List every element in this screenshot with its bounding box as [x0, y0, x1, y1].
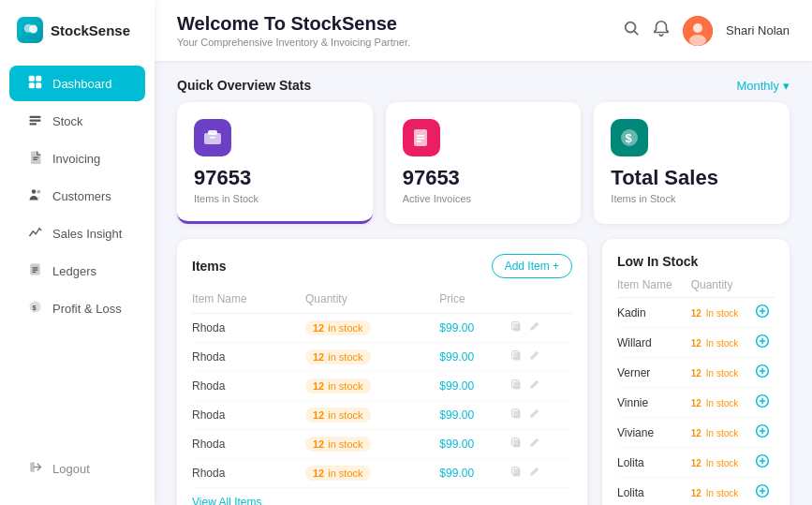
- stat-value-items: 97653: [194, 166, 356, 190]
- items-header: Items Add Item +: [192, 254, 572, 278]
- edit-icon[interactable]: [528, 349, 540, 364]
- view-all-items-link[interactable]: View All Items: [192, 496, 261, 505]
- monthly-button[interactable]: Monthly ▾: [736, 79, 790, 93]
- col-quantity: Quantity: [305, 288, 439, 314]
- ls-add-icon[interactable]: [755, 365, 770, 381]
- items-section: Items Add Item + Item Name Quantity Pric…: [177, 239, 587, 505]
- edit-icon[interactable]: [528, 466, 540, 481]
- stock-icon: [26, 112, 43, 129]
- item-quantity: 12 in stock: [305, 459, 439, 488]
- ls-item-name: Viviane: [617, 418, 691, 448]
- sidebar-item-customers[interactable]: Customers: [9, 178, 145, 214]
- item-quantity: 12 in stock: [305, 401, 439, 430]
- low-stock-row: Verner 12 In stock: [617, 358, 775, 388]
- sidebar-logo: StockSense: [0, 17, 155, 64]
- copy-icon[interactable]: [510, 408, 523, 423]
- copy-icon[interactable]: [510, 349, 523, 364]
- item-price: $99.00: [439, 343, 510, 372]
- add-item-button[interactable]: Add Item +: [492, 254, 572, 278]
- page-subtitle: Your Comprehensive Inventory & Invoicing…: [177, 37, 410, 48]
- svg-point-18: [626, 22, 636, 33]
- ls-item-quantity: 12 In stock: [691, 358, 755, 388]
- stat-label-invoices: Active Invoices: [403, 193, 565, 204]
- svg-rect-8: [33, 159, 37, 160]
- table-row: Rhoda 12 in stock $99.00: [192, 343, 572, 372]
- ls-item-quantity: 12 In stock: [691, 478, 755, 506]
- ls-add-icon[interactable]: [755, 395, 770, 411]
- item-price: $99.00: [439, 372, 510, 401]
- ls-item-name: Lolita: [617, 448, 691, 478]
- dashboard-icon: [26, 75, 43, 92]
- item-row-actions: [510, 430, 572, 459]
- stats-section: Quick Overview Stats Monthly ▾ 97653: [177, 78, 790, 224]
- ls-add-icon[interactable]: [755, 305, 770, 321]
- ls-add-action[interactable]: [755, 418, 775, 448]
- item-row-actions: [510, 372, 572, 401]
- ls-item-name: Lolita: [617, 478, 691, 506]
- copy-icon[interactable]: [510, 320, 523, 335]
- sidebar-item-stock[interactable]: Stock: [9, 103, 145, 139]
- logo-icon: [17, 17, 43, 43]
- col-actions: [510, 288, 572, 314]
- header-left: Welcome To StockSense Your Comprehensive…: [177, 13, 410, 48]
- logout-button[interactable]: Logout: [9, 451, 145, 486]
- svg-rect-2: [28, 82, 34, 88]
- item-quantity: 12 in stock: [305, 372, 439, 401]
- ls-col-item-name: Item Name: [617, 278, 691, 298]
- edit-icon[interactable]: [528, 408, 540, 423]
- avatar: [683, 16, 713, 46]
- item-row-actions: [510, 401, 572, 430]
- item-name: Rhoda: [192, 401, 305, 430]
- low-stock-title: Low In Stock: [617, 254, 775, 269]
- svg-point-10: [37, 190, 40, 194]
- edit-icon[interactable]: [528, 437, 540, 452]
- item-price: $99.00: [439, 459, 510, 488]
- logout-label: Logout: [52, 462, 90, 476]
- item-price: $99.00: [439, 314, 510, 343]
- low-stock-row: Lolita 12 In stock: [617, 448, 775, 478]
- item-quantity: 12 in stock: [305, 343, 439, 372]
- sidebar-item-profit-loss-label: Profit & Loss: [52, 302, 122, 316]
- stats-header: Quick Overview Stats Monthly ▾: [177, 78, 790, 93]
- notification-icon[interactable]: [653, 20, 670, 41]
- ls-add-action[interactable]: [755, 358, 775, 388]
- items-section-title: Items: [192, 259, 227, 274]
- svg-rect-29: [417, 141, 421, 142]
- search-icon[interactable]: [623, 20, 640, 41]
- ls-add-action[interactable]: [755, 328, 775, 358]
- ls-item-name: Vinnie: [617, 388, 691, 418]
- bottom-row: Items Add Item + Item Name Quantity Pric…: [177, 239, 790, 505]
- stat-card-items-in-stock: 97653 Items in Stock: [177, 102, 373, 224]
- ls-add-action[interactable]: [755, 388, 775, 418]
- sidebar-item-invoicing-label: Invoicing: [52, 152, 100, 166]
- low-stock-row: Vinnie 12 In stock: [617, 388, 775, 418]
- svg-point-21: [693, 23, 702, 33]
- ls-add-icon[interactable]: [755, 425, 770, 441]
- copy-icon[interactable]: [510, 379, 523, 394]
- ledgers-icon: [26, 262, 43, 279]
- item-name: Rhoda: [192, 343, 305, 372]
- ls-add-icon[interactable]: [755, 455, 770, 471]
- col-item-name: Item Name: [192, 288, 305, 314]
- edit-icon[interactable]: [528, 320, 540, 335]
- ls-add-icon[interactable]: [755, 335, 770, 351]
- item-quantity: 12 in stock: [305, 314, 439, 343]
- table-row: Rhoda 12 in stock $99.00: [192, 372, 572, 401]
- svg-rect-12: [32, 267, 37, 268]
- ls-item-name: Willard: [617, 328, 691, 358]
- edit-icon[interactable]: [528, 379, 540, 394]
- sidebar-item-invoicing[interactable]: Invoicing: [9, 141, 145, 176]
- ls-add-action[interactable]: [755, 298, 775, 328]
- sidebar-item-profit-loss[interactable]: $ Profit & Loss: [9, 290, 145, 326]
- copy-icon[interactable]: [510, 437, 523, 452]
- ls-add-action[interactable]: [755, 478, 775, 506]
- svg-rect-14: [32, 272, 36, 273]
- low-stock-row: Lolita 12 In stock: [617, 478, 775, 506]
- sidebar-item-dashboard[interactable]: Dashboard: [9, 66, 145, 101]
- copy-icon[interactable]: [510, 466, 523, 481]
- ls-add-action[interactable]: [755, 448, 775, 478]
- sidebar-item-ledgers[interactable]: Ledgers: [9, 253, 145, 289]
- ls-item-quantity: 12 In stock: [691, 448, 755, 478]
- ls-add-icon[interactable]: [755, 485, 770, 501]
- sidebar-item-sales-insight[interactable]: Sales Insight: [9, 215, 145, 251]
